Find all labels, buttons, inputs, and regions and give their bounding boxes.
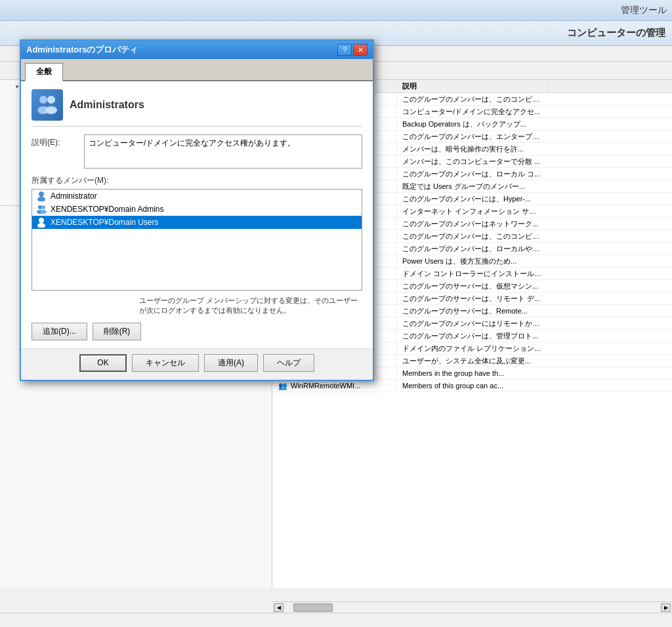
dialog-content: Administrators 説明(E): コンピューター/ドメインに完全なアク…	[21, 81, 373, 348]
row-desc-3: このグループのメンバーは、エンタープラ...	[397, 131, 548, 142]
help-button[interactable]: ヘルプ	[263, 354, 314, 372]
row-desc-6: このグループのメンバーは、ローカル コ...	[397, 169, 548, 180]
scroll-left-button[interactable]: ◀	[274, 603, 284, 612]
member-name-0: Administrator	[51, 192, 97, 201]
membership-note: ユーザーのグループ メンバーシップに対する変更は、そのユーザーが次にログオンする…	[139, 296, 362, 316]
member-item-administrator[interactable]: Administrator	[32, 190, 362, 203]
remove-member-button[interactable]: 削除(R)	[93, 323, 142, 340]
row-desc-21: ユーザーが、システム全体に及ぶ変更...	[397, 355, 548, 367]
row-desc-17: このグループのサーバーは、Remote...	[397, 306, 548, 317]
group-big-icon	[32, 89, 63, 121]
svg-point-2	[47, 96, 55, 104]
row-desc-13: Power Users は、後方互換のため...	[397, 256, 548, 267]
row-desc-10: このグループのメンバーはネットワーク...	[397, 218, 548, 230]
add-member-button[interactable]: 追加(D)...	[32, 323, 87, 340]
row-desc-9: インターネット インフォメーション サービ...	[397, 206, 548, 217]
row-desc-18: このグループのメンバーにはリモートから...	[397, 318, 548, 329]
user-icon	[36, 191, 47, 201]
dialog-footer: OK キャンセル 適用(A) ヘルプ	[21, 348, 373, 380]
member-item-domain-users[interactable]: XENDESKTOP¥Domain Users	[32, 216, 362, 229]
column-header-desc[interactable]: 説明	[397, 80, 548, 92]
svg-point-10	[39, 218, 44, 223]
action-buttons: 追加(D)... 削除(R)	[32, 323, 362, 340]
dialog-titlebar: Administratorsのプロパティ ? ✕	[21, 41, 373, 59]
row-desc-16: このグループのサーバーは、リモート デ...	[397, 293, 548, 304]
row-desc-7: 既定では Users グループのメンバー...	[397, 181, 548, 192]
note-text: ユーザーのグループ メンバーシップに対する変更は、そのユーザーが次にログオンする…	[139, 296, 358, 314]
dialog-help-button[interactable]: ?	[337, 44, 352, 56]
row-desc-0: このグループのメンバーは、このコンピュ...	[397, 94, 548, 105]
dialog-tabs: 全般	[21, 59, 373, 81]
scroll-right-button[interactable]: ▶	[661, 603, 671, 612]
dialog-close-button[interactable]: ✕	[353, 44, 368, 56]
row-desc-12: このグループのメンバーは、ローカルやリ...	[397, 243, 548, 254]
group-header: Administrators	[32, 89, 362, 127]
svg-point-9	[40, 210, 47, 214]
svg-point-3	[45, 106, 57, 114]
row-desc-11: このグループのメンバーは、このコンピュ...	[397, 231, 548, 242]
dialog-title: Administratorsのプロパティ	[26, 44, 138, 56]
dialog-body: 全般 Administrators 説明(E):	[21, 59, 373, 380]
ok-button[interactable]: OK	[79, 354, 127, 372]
scroll-thumb[interactable]	[293, 603, 333, 612]
row-desc-2: Backup Operators は、バックアップ...	[397, 119, 548, 130]
management-tools-label: 管理ツール	[621, 5, 667, 16]
cancel-button[interactable]: キャンセル	[132, 354, 199, 372]
row-name-23[interactable]: 👥 WinRMRemoteWMI...	[272, 380, 397, 392]
apply-button[interactable]: 適用(A)	[204, 354, 258, 372]
management-tools-header: 管理ツール	[0, 0, 672, 21]
row-desc-22: Members in the group have th...	[397, 369, 548, 378]
member-name-1: XENDESKTOP¥Domain Admins	[51, 205, 164, 214]
user-selected-icon	[36, 217, 47, 228]
dialog-controls: ? ✕	[337, 44, 368, 56]
group-icon: 👥	[278, 380, 288, 391]
svg-point-4	[39, 192, 44, 197]
row-desc-19: このグループのメンバーは、管理プロト...	[397, 331, 548, 342]
administrators-dialog: Administratorsのプロパティ ? ✕ 全般	[20, 39, 374, 381]
row-desc-14: ドメイン コントローラーにインストールさ...	[397, 268, 548, 279]
group-name: Administrators	[70, 99, 144, 111]
tab-general[interactable]: 全般	[25, 63, 63, 81]
row-desc-8: このグループのメンバーには、Hyper-...	[397, 193, 548, 205]
row-desc-1: コンピューター/ドメインに完全なアクセ...	[397, 106, 548, 117]
svg-point-5	[37, 197, 45, 201]
member-name-2: XENDESKTOP¥Domain Users	[51, 218, 159, 227]
horizontal-scrollbar[interactable]: ◀ ▶	[272, 601, 672, 613]
svg-point-8	[41, 205, 45, 209]
svg-point-11	[37, 223, 45, 228]
members-label: 所属するメンバー(M):	[32, 175, 362, 186]
description-row: 説明(E): コンピューター/ドメインに完全なアクセス権があります。	[32, 134, 362, 169]
row-desc-5: メンバーは、このコンピューターで分散 ...	[397, 156, 548, 167]
computer-management-title: コンピューターの管理	[567, 27, 665, 39]
row-desc-20: ドメイン内のファイル レプリケーションを...	[397, 343, 548, 354]
desc-label: 説明(E):	[32, 134, 84, 148]
members-list[interactable]: Administrator XENDESKTOP¥Domain Admins	[32, 189, 362, 291]
svg-point-0	[39, 96, 47, 104]
row-desc-15: このグループのサーバーは、仮想マシン...	[397, 281, 548, 292]
row-desc-23: Members of this group can ac...	[397, 381, 548, 390]
group-member-icon	[36, 204, 47, 214]
desc-input[interactable]: コンピューター/ドメインに完全なアクセス権があります。	[84, 134, 362, 169]
table-row[interactable]: 👥 WinRMRemoteWMI... Members of this grou…	[272, 380, 672, 392]
status-bar	[0, 613, 672, 627]
member-item-domain-admins[interactable]: XENDESKTOP¥Domain Admins	[32, 203, 362, 216]
row-desc-4: メンバーは、暗号化操作の実行を許...	[397, 144, 548, 155]
